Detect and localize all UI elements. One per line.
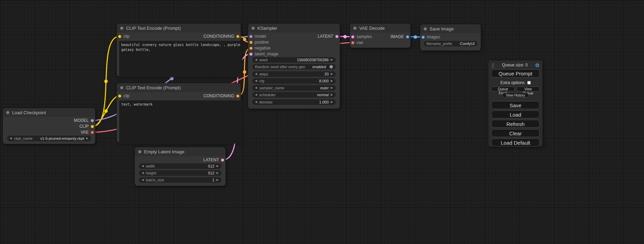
node-load-checkpoint[interactable]: Load Checkpoint MODEL CLIP VAE ◀ ckpt_na… — [3, 108, 95, 144]
decrement-arrow-icon[interactable]: ◀ — [255, 99, 257, 105]
widget-cfg[interactable]: ◀ cfg 8.000 ▶ — [252, 78, 336, 84]
widget-label: width — [146, 164, 155, 168]
input-dot-model[interactable] — [249, 35, 253, 38]
decrement-arrow-icon[interactable]: ◀ — [142, 163, 144, 169]
decrement-arrow-icon[interactable]: ◀ — [255, 71, 257, 77]
widget-denoise[interactable]: ◀ denoise 1.000 ▶ — [252, 99, 336, 105]
output-dot-model[interactable] — [91, 119, 94, 122]
collapse-dot-icon[interactable] — [252, 27, 255, 30]
node-save-image[interactable]: Save Image images filename_prefix ComfyU… — [420, 24, 481, 51]
collapse-dot-icon[interactable] — [6, 111, 9, 114]
node-title-bar[interactable]: Save Image — [420, 24, 481, 33]
settings-gear-icon[interactable]: ⚙ — [535, 63, 540, 68]
refresh-button[interactable]: Refresh — [491, 120, 540, 128]
increment-arrow-icon[interactable]: ▶ — [331, 99, 333, 105]
widget-width[interactable]: ◀ width 512 ▶ — [139, 163, 221, 169]
slot-label: CONDITIONING — [203, 34, 234, 39]
widget-height[interactable]: ◀ height 512 ▶ — [139, 170, 221, 176]
positive-prompt-textarea[interactable]: beautiful scenery nature glass bottle la… — [119, 41, 242, 77]
increment-arrow-icon[interactable]: ▶ — [86, 136, 88, 141]
increment-arrow-icon[interactable]: ▶ — [331, 85, 333, 91]
input-dot-images[interactable] — [422, 36, 425, 39]
collapse-dot-icon[interactable] — [424, 27, 427, 30]
output-dot-image[interactable] — [406, 35, 409, 38]
load-default-button[interactable]: Load Default — [491, 138, 540, 146]
output-dot-vae[interactable] — [91, 131, 94, 134]
drag-handle-icon[interactable]: ⣿ — [491, 63, 495, 68]
node-title-bar[interactable]: Load Checkpoint — [3, 108, 95, 117]
widget-filename-prefix[interactable]: filename_prefix ComfyUI — [424, 41, 477, 46]
decrement-arrow-icon[interactable]: ◀ — [142, 177, 144, 183]
input-dot-negative[interactable] — [249, 47, 253, 50]
increment-arrow-icon[interactable]: ▶ — [217, 163, 219, 169]
decrement-arrow-icon[interactable]: ◀ — [142, 170, 144, 176]
widget-scheduler[interactable]: ◀ scheduler normal ▶ — [252, 92, 336, 98]
output-dot-latent[interactable] — [221, 159, 224, 162]
node-title-bar[interactable]: VAE Decode — [350, 24, 411, 33]
input-dot-clip[interactable] — [118, 35, 121, 38]
node-title: CLIP Text Encode (Prompt) — [126, 26, 181, 31]
node-title: Load Checkpoint — [12, 110, 46, 115]
slot-label: MODEL — [74, 118, 89, 123]
collapse-dot-icon[interactable] — [138, 150, 141, 153]
view-queue-button[interactable]: View Queue — [517, 87, 540, 91]
save-button[interactable]: Save — [491, 101, 540, 109]
extra-options-checkbox[interactable] — [527, 81, 531, 84]
node-title-bar[interactable]: KSampler — [248, 24, 340, 33]
decrement-arrow-icon[interactable]: ◀ — [255, 78, 257, 84]
node-title-bar[interactable]: CLIP Text Encode (Prompt) — [117, 83, 241, 92]
widget-seed[interactable]: ◀ seed 156680208700286 ▶ — [252, 57, 336, 63]
output-dot-latent[interactable] — [335, 35, 338, 38]
queue-buttons-row: Queue Front View Queue — [491, 87, 540, 91]
output-dot-conditioning[interactable] — [236, 35, 239, 38]
widget-label: cfg — [259, 79, 264, 83]
input-dot-vae[interactable] — [351, 41, 354, 44]
collapse-dot-icon[interactable] — [120, 86, 123, 89]
negative-prompt-textarea[interactable]: text, watermark — [119, 100, 242, 144]
output-dot-conditioning[interactable] — [236, 94, 239, 98]
node-clip-text-encode-negative[interactable]: CLIP Text Encode (Prompt) clip CONDITION… — [117, 83, 241, 143]
decrement-arrow-icon[interactable]: ◀ — [255, 57, 257, 63]
input-dot-positive[interactable] — [249, 41, 253, 44]
node-title-bar[interactable]: Empty Latent Image — [135, 147, 226, 156]
input-dot-latent-image[interactable] — [249, 53, 253, 56]
node-ksampler[interactable]: KSampler model positive negative latent_… — [248, 24, 340, 109]
widget-label: seed — [259, 58, 267, 62]
view-history-button[interactable]: View History — [502, 93, 529, 98]
graph-canvas[interactable]: Load Checkpoint MODEL CLIP VAE ◀ ckpt_na… — [0, 0, 644, 244]
node-title: Empty Latent Image — [144, 149, 184, 154]
widget-random-seed-toggle[interactable]: Random seed after every gen enabled — [252, 64, 336, 70]
widget-value: euler — [320, 86, 328, 90]
load-button[interactable]: Load — [491, 110, 540, 118]
increment-arrow-icon[interactable]: ▶ — [217, 170, 219, 176]
increment-arrow-icon[interactable]: ▶ — [331, 57, 333, 63]
queue-prompt-button[interactable]: Queue Prompt — [491, 69, 540, 78]
decrement-arrow-icon[interactable]: ◀ — [255, 92, 257, 98]
node-title-bar[interactable]: CLIP Text Encode (Prompt) — [117, 24, 241, 33]
node-clip-text-encode-positive[interactable]: CLIP Text Encode (Prompt) clip CONDITION… — [117, 24, 241, 76]
slot-label: positive — [255, 40, 269, 45]
node-empty-latent-image[interactable]: Empty Latent Image LATENT ◀ width 512 ▶ … — [135, 147, 226, 186]
node-vae-decode[interactable]: VAE Decode samples vae IMAGE — [350, 24, 411, 48]
input-dot-clip[interactable] — [118, 94, 121, 98]
widget-value: 8.000 — [319, 79, 329, 83]
decrement-arrow-icon[interactable]: ◀ — [255, 85, 257, 91]
menu-header: ⣿ Queue size: 0 ⚙ — [491, 62, 540, 68]
widget-ckpt-name[interactable]: ◀ ckpt_name v1-5-pruned-emaonly.ckpt ▶ — [7, 136, 91, 141]
queue-size-label: Queue size: 0 — [495, 63, 535, 67]
widget-steps[interactable]: ◀ steps 20 ▶ — [252, 71, 336, 77]
increment-arrow-icon[interactable]: ▶ — [331, 71, 333, 77]
clear-button[interactable]: Clear — [491, 129, 540, 137]
widget-sampler-name[interactable]: ◀ sampler_name euler ▶ — [252, 85, 336, 91]
widget-batch-size[interactable]: ◀ batch_size 1 ▶ — [139, 177, 221, 183]
decrement-arrow-icon[interactable]: ◀ — [10, 136, 12, 141]
output-dot-clip[interactable] — [91, 125, 94, 128]
increment-arrow-icon[interactable]: ▶ — [331, 92, 333, 98]
collapse-dot-icon[interactable] — [353, 27, 356, 30]
increment-arrow-icon[interactable]: ▶ — [331, 78, 333, 84]
input-dot-samples[interactable] — [351, 35, 354, 38]
increment-arrow-icon[interactable]: ▶ — [217, 177, 219, 183]
collapse-dot-icon[interactable] — [120, 27, 123, 30]
queue-front-button[interactable]: Queue Front — [491, 87, 515, 91]
toggle-on-icon[interactable] — [329, 65, 333, 69]
